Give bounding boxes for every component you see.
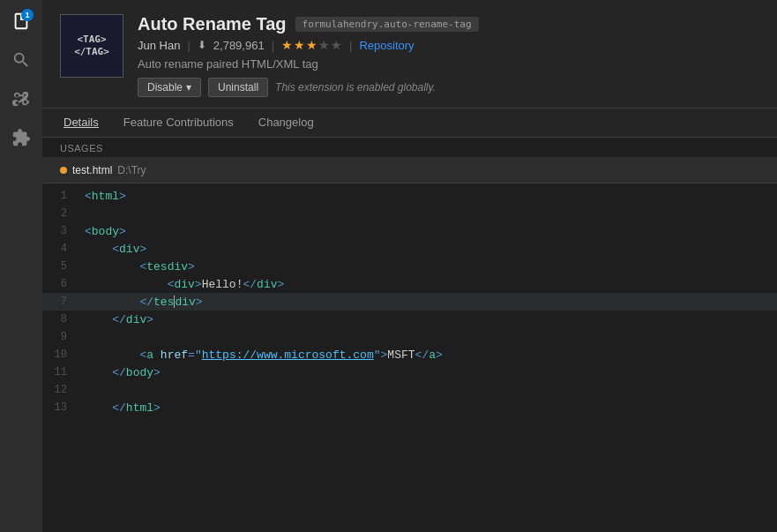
line-num-2: 2 <box>42 207 78 220</box>
sidebar-icon-source-control[interactable] <box>4 81 39 116</box>
star-1: ★ <box>281 38 293 52</box>
sidebar: 1 <box>0 0 42 532</box>
code-line-7: 7 </tesdiv> <box>42 293 777 311</box>
extension-header: <TAG> </TAG> Auto Rename Tag formulahend… <box>42 0 777 109</box>
code-content-7: </tesdiv> <box>78 296 777 309</box>
line-num-12: 12 <box>42 384 78 396</box>
extension-meta-row: Jun Han | ⬇ 2,789,961 | ★ ★ ★ ★ ★ | Repo… <box>138 38 759 52</box>
code-editor[interactable]: 1 <html> 2 3 <body> 4 <div> <box>42 184 777 532</box>
usages-label: Usages <box>42 138 777 157</box>
star-3: ★ <box>306 38 318 52</box>
repository-link[interactable]: Repository <box>359 39 414 52</box>
line-num-13: 13 <box>42 401 78 414</box>
extension-logo: <TAG> </TAG> <box>60 14 123 78</box>
code-line-3: 3 <body> <box>42 222 777 240</box>
extensions-icon <box>11 128 31 147</box>
star-2: ★ <box>294 38 305 52</box>
file-path: D:\Try <box>117 164 146 176</box>
extension-info: Auto Rename Tag formulahendry.auto-renam… <box>138 14 759 97</box>
editor-area: test.html D:\Try 1 <html> 2 3 <box>42 157 777 532</box>
code-content-4: <div> <box>78 243 777 256</box>
code-line-2: 2 <box>42 205 777 222</box>
uninstall-button[interactable]: Uninstall <box>208 78 268 97</box>
content-area: Usages test.html D:\Try 1 <html> <box>42 138 777 532</box>
search-icon <box>11 50 31 70</box>
code-line-12: 12 <box>42 381 777 399</box>
extension-downloads: 2,789,961 <box>213 39 265 52</box>
separator-2: | <box>272 39 274 52</box>
code-content-13: </html> <box>78 401 777 415</box>
tab-details-label: Details <box>64 116 99 129</box>
line-num-5: 5 <box>42 260 78 273</box>
line-num-8: 8 <box>42 313 78 326</box>
sidebar-icon-search[interactable] <box>4 42 39 78</box>
code-content-10: <a href="https://www.microsoft.com">MSFT… <box>78 348 777 362</box>
line-num-7: 7 <box>42 296 78 308</box>
code-content-11: </body> <box>78 366 777 379</box>
usages-section: Usages test.html D:\Try 1 <html> <box>42 138 777 532</box>
code-content-8: </div> <box>78 313 777 326</box>
extension-title-row: Auto Rename Tag formulahendry.auto-renam… <box>138 14 759 34</box>
code-line-8: 8 </div> <box>42 311 777 328</box>
line-num-10: 10 <box>42 348 78 361</box>
star-5: ★ <box>331 38 342 52</box>
tab-feature-contributions-label: Feature Contributions <box>123 116 234 129</box>
line-num-3: 3 <box>42 225 78 237</box>
code-line-11: 11 </body> <box>42 363 777 381</box>
code-content-6: <div>Hello!</div> <box>78 278 777 291</box>
extension-rating: ★ ★ ★ ★ ★ <box>281 38 342 52</box>
sidebar-icon-explorer[interactable]: 1 <box>4 4 39 39</box>
code-line-4: 4 <div> <box>42 240 777 258</box>
enabled-status: This extension is enabled globally. <box>275 81 436 94</box>
tabs-bar: Details Feature Contributions Changelog <box>42 109 777 138</box>
line-num-1: 1 <box>42 190 78 202</box>
logo-bottom-text: </TAG> <box>74 46 109 58</box>
disable-label: Disable <box>147 81 183 94</box>
sidebar-icon-extensions[interactable] <box>4 120 39 155</box>
tab-changelog[interactable]: Changelog <box>255 109 318 138</box>
extension-author: Jun Han <box>138 39 180 52</box>
code-content-5: <tesdiv> <box>78 260 777 273</box>
extension-id-badge: formulahendry.auto-rename-tag <box>295 17 479 32</box>
file-name: test.html <box>72 164 112 176</box>
tab-details[interactable]: Details <box>60 109 102 138</box>
line-num-6: 6 <box>42 278 78 290</box>
explorer-badge: 1 <box>21 9 34 21</box>
code-content-1: <html> <box>78 190 777 203</box>
file-tab-bar: test.html D:\Try <box>42 157 777 184</box>
extension-description: Auto rename paired HTML/XML tag <box>138 57 759 71</box>
star-4: ★ <box>318 38 330 52</box>
line-num-4: 4 <box>42 243 78 255</box>
logo-top-text: <TAG> <box>77 34 106 46</box>
main-content: <TAG> </TAG> Auto Rename Tag formulahend… <box>42 0 777 532</box>
tab-feature-contributions[interactable]: Feature Contributions <box>120 109 237 138</box>
download-icon: ⬇ <box>198 39 206 51</box>
code-line-5: 5 <tesdiv> <box>42 258 777 275</box>
code-content-3: <body> <box>78 225 777 238</box>
extension-title: Auto Rename Tag <box>138 14 287 34</box>
code-line-6: 6 <div>Hello!</div> <box>42 275 777 293</box>
line-num-9: 9 <box>42 331 78 343</box>
extension-actions: Disable ▾ Uninstall This extension is en… <box>138 78 759 97</box>
file-modified-dot <box>60 167 67 174</box>
source-control-icon <box>11 89 31 109</box>
code-line-13: 13 </html> <box>42 399 777 416</box>
code-line-1: 1 <html> <box>42 187 777 205</box>
file-tab[interactable]: test.html D:\Try <box>53 157 153 183</box>
tab-changelog-label: Changelog <box>258 116 314 129</box>
separator-3: | <box>349 39 352 52</box>
line-num-11: 11 <box>42 366 78 378</box>
separator-1: | <box>187 39 190 52</box>
code-line-9: 9 <box>42 328 777 346</box>
disable-chevron: ▾ <box>186 81 191 94</box>
code-line-10: 10 <a href="https://www.microsoft.com">M… <box>42 346 777 363</box>
disable-button[interactable]: Disable ▾ <box>138 78 201 97</box>
